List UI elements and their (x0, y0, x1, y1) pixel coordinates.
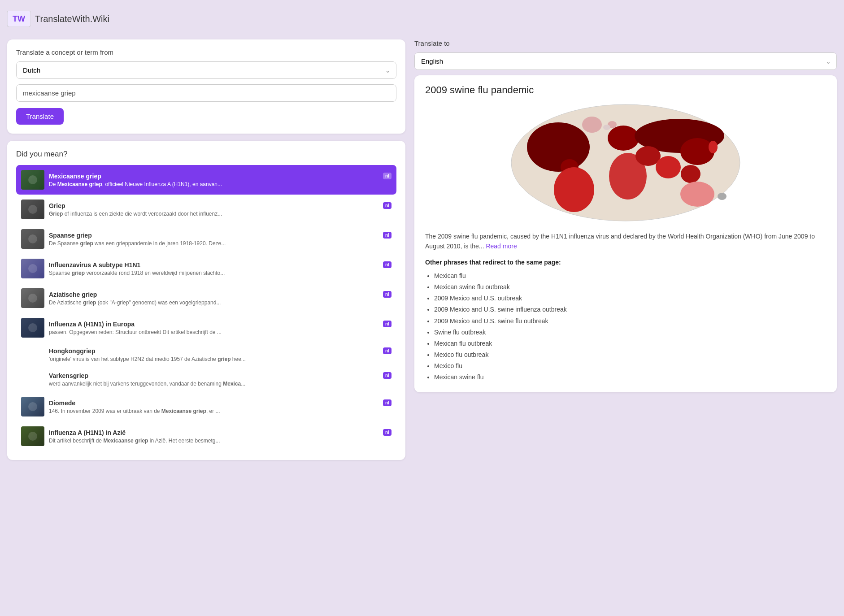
lang-badge: nl (383, 173, 392, 179)
svg-point-21 (554, 167, 594, 212)
other-phrase-item: 2009 Mexico and U.S. swine influenza out… (434, 304, 826, 315)
site-logo: TW (7, 11, 30, 27)
svg-point-11 (28, 294, 37, 303)
svg-point-9 (28, 264, 37, 273)
header: TW TranslateWith.Wiki (7, 7, 837, 30)
suggestion-item[interactable]: Influenza A (H1N1) in Azië nl Dit artike… (16, 421, 396, 451)
svg-point-30 (680, 182, 714, 207)
suggestion-thumbnail (21, 426, 44, 446)
suggestion-content: Hongkonggriep nl 'originele' virus is va… (49, 347, 392, 362)
suggestion-item[interactable]: Mexicaanse griep nl De Mexicaanse griep,… (16, 165, 396, 195)
suggestion-title: Influenza A (H1N1) in Azië (49, 429, 126, 436)
suggestion-desc: De Mexicaanse griep, officieel Nieuwe In… (49, 181, 392, 187)
suggestion-title: Influenzavirus A subtype H1N1 (49, 261, 140, 269)
svg-point-15 (28, 402, 37, 411)
suggestion-header: Spaanse griep nl (49, 232, 392, 239)
suggestion-desc: passen. Opgegeven reden: Structuur ontbr… (49, 329, 392, 335)
suggestion-desc: werd aanvankelijk niet bij varkens terug… (49, 381, 392, 387)
suggestion-title: Varkensgriep (49, 372, 88, 379)
svg-point-5 (28, 205, 37, 214)
suggestion-thumbnail (21, 259, 44, 278)
svg-point-13 (28, 323, 37, 332)
suggestion-desc: 146. In november 2009 was er uitbraak va… (49, 408, 392, 414)
lang-badge: nl (383, 232, 392, 239)
suggestion-content: Aziatische griep nl De Aziatische griep … (49, 291, 392, 306)
result-title: 2009 swine flu pandemic (425, 84, 826, 96)
lang-badge: nl (383, 347, 392, 354)
svg-point-19 (527, 122, 590, 172)
source-language-select-wrapper[interactable]: Dutch English German French Spanish ⌄ (16, 61, 396, 79)
right-panel: Translate to English Dutch German French… (414, 39, 837, 392)
suggestion-header: Diomede nl (49, 399, 392, 407)
suggestion-item[interactable]: Aziatische griep nl De Aziatische griep … (16, 283, 396, 313)
left-panel: Translate a concept or term from Dutch E… (7, 39, 405, 460)
suggestion-thumbnail (21, 397, 44, 416)
suggestion-content: Spaanse griep nl De Spaanse griep was ee… (49, 232, 392, 247)
svg-point-27 (681, 165, 700, 183)
suggestion-item[interactable]: Hongkonggriep nl 'originele' virus is va… (16, 343, 396, 367)
svg-point-28 (680, 138, 714, 165)
translate-button[interactable]: Translate (16, 108, 64, 125)
target-language-select[interactable]: English Dutch German French Spanish (415, 53, 836, 69)
other-phrase-item: Mexican swine flu (434, 372, 826, 383)
suggestion-content: Influenza A (H1N1) in Azië nl Dit artike… (49, 429, 392, 444)
suggestion-thumbnail (21, 170, 44, 190)
suggestion-desc: Dit artikel beschrijft de Mexicaanse gri… (49, 438, 392, 444)
svg-point-31 (582, 117, 602, 133)
read-more-link[interactable]: Read more (486, 243, 517, 250)
lang-badge: nl (383, 399, 392, 406)
svg-point-3 (28, 175, 37, 184)
other-phrases-list: Mexican fluMexican swine flu outbreak200… (425, 270, 826, 383)
suggestion-item[interactable]: Griep nl Griep of influenza is een ziekt… (16, 195, 396, 224)
suggestion-desc: Griep of influenza is een ziekte die wor… (49, 211, 392, 217)
suggestion-header: Varkensgriep nl (49, 372, 392, 379)
suggestion-title: Hongkonggriep (49, 347, 95, 355)
svg-point-7 (28, 234, 37, 243)
search-input[interactable] (16, 84, 396, 102)
svg-point-34 (603, 125, 610, 130)
svg-point-32 (718, 193, 727, 200)
other-phrase-item: Mexican flu (434, 270, 826, 282)
translate-to-label: Translate to (414, 39, 837, 47)
other-phrase-item: 2009 Mexico and U.S. outbreak (434, 293, 826, 304)
suggestion-item[interactable]: Influenzavirus A subtype H1N1 nl Spaanse… (16, 254, 396, 283)
suggestion-item[interactable]: Influenza A (H1N1) in Europa nl passen. … (16, 313, 396, 343)
lang-badge: nl (383, 261, 392, 268)
suggestion-item[interactable]: Spaanse griep nl De Spaanse griep was ee… (16, 224, 396, 254)
suggestion-title: Spaanse griep (49, 232, 92, 239)
other-phrase-item: Mexican flu outbreak (434, 338, 826, 349)
suggestion-thumbnail (21, 288, 44, 308)
lang-badge: nl (383, 291, 392, 298)
suggestion-item[interactable]: Varkensgriep nl werd aanvankelijk niet b… (16, 367, 396, 392)
other-phrases-title: Other phrases that redirect to the same … (425, 259, 826, 266)
suggestion-list: Mexicaanse griep nl De Mexicaanse griep,… (16, 165, 396, 451)
other-phrase-item: Mexico flu (434, 360, 826, 372)
did-you-mean-title: Did you mean? (16, 150, 396, 159)
site-title: TranslateWith.Wiki (35, 14, 109, 24)
target-language-select-wrapper[interactable]: English Dutch German French Spanish ⌄ (414, 52, 837, 70)
suggestion-title: Influenza A (H1N1) in Europa (49, 321, 135, 328)
suggestion-header: Griep nl (49, 202, 392, 209)
svg-text:TW: TW (13, 14, 25, 23)
suggestion-content: Influenza A (H1N1) in Europa nl passen. … (49, 321, 392, 335)
suggestion-header: Influenzavirus A subtype H1N1 nl (49, 261, 392, 269)
suggestion-header: Influenza A (H1N1) in Europa nl (49, 321, 392, 328)
svg-point-29 (709, 141, 718, 153)
other-phrase-item: Mexican swine flu outbreak (434, 282, 826, 293)
suggestion-header: Aziatische griep nl (49, 291, 392, 298)
suggestion-content: Diomede nl 146. In november 2009 was er … (49, 399, 392, 414)
suggestion-content: Varkensgriep nl werd aanvankelijk niet b… (49, 372, 392, 387)
suggestion-title: Griep (49, 202, 65, 209)
suggestion-desc: De Aziatische griep (ook "A-griep" genoe… (49, 299, 392, 306)
lang-badge: nl (383, 321, 392, 327)
suggestion-item[interactable]: Diomede nl 146. In november 2009 was er … (16, 392, 396, 421)
result-description: The 2009 swine flu pandemic, caused by t… (425, 231, 826, 252)
world-map (425, 102, 826, 223)
suggestion-header: Influenza A (H1N1) in Azië nl (49, 429, 392, 436)
source-language-select[interactable]: Dutch English German French Spanish (17, 62, 396, 78)
suggestion-content: Influenzavirus A subtype H1N1 nl Spaanse… (49, 261, 392, 276)
lang-badge: nl (383, 202, 392, 209)
suggestion-thumbnail (21, 200, 44, 219)
suggestion-content: Mexicaanse griep nl De Mexicaanse griep,… (49, 173, 392, 187)
suggestion-title: Diomede (49, 399, 75, 407)
